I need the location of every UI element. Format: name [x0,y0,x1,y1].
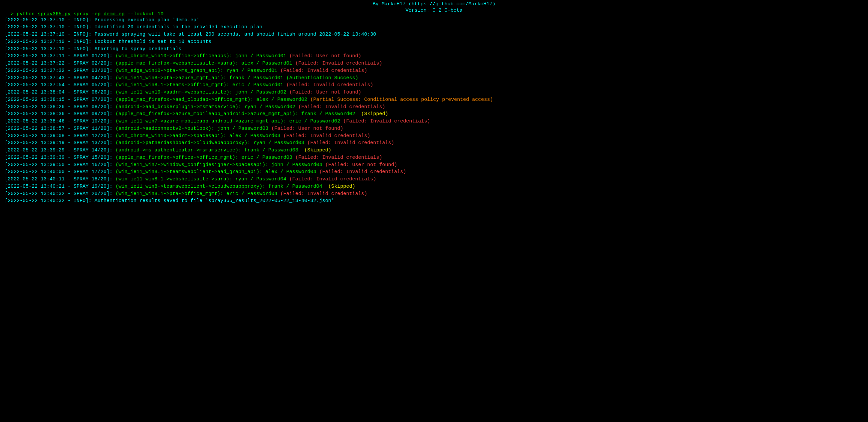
log-result: (Failed: User not found) [325,162,397,168]
log-message: (win_edge_win10->pta->ms_graph_api): rya… [113,68,280,73]
log-result: (Failed: Invalid credentials) [280,68,367,73]
log-message: Processing execution plan 'demo.ep' [92,17,199,23]
log-result: (Failed: Invalid credentials) [343,119,430,124]
cmd-ep-flag: -ep [92,11,100,17]
cmd-ep-value: demo.ep [103,11,124,17]
log-line-12: [2022-05-22 13:38:26 - SPRAY 08/20]: (an… [5,103,863,111]
log-result: (Failed: Invalid credentials) [280,191,367,197]
log-message: (win_ie11_win7->windows_configdesigner->… [113,162,325,168]
log-message: (win_ie11_win8.1->teams->office_mgmt): e… [113,82,286,88]
log-timestamp: [2022-05-22 13:38:26 - SPRAY 08/20]: [5,104,113,110]
log-timestamp: [2022-05-22 13:37:11 - SPRAY 01/20]: [5,53,113,59]
log-result: (Failed: Invalid credentials) [319,169,406,175]
log-message: Identified 20 credentials in the provide… [92,24,262,30]
log-line-1: [2022-05-22 13:37:10 - INFO]: Identified… [5,24,863,31]
log-timestamp: [2022-05-22 13:37:10 - INFO]: [5,32,92,37]
log-message: Starting to spray credentials [92,46,181,52]
log-timestamp: [2022-05-22 13:40:32 - SPRAY 20/20]: [5,191,113,197]
log-timestamp: [2022-05-22 13:37:10 - INFO]: [5,17,92,23]
log-result: (Failed: User not found) [289,53,361,59]
log-result: (Failed: Invalid credentials) [289,176,376,182]
log-timestamp: [2022-05-22 13:37:32 - SPRAY 03/20]: [5,68,113,73]
log-line-23: [2022-05-22 13:40:21 - SPRAY 19/20]: (wi… [5,183,863,190]
log-line-21: [2022-05-22 13:40:00 - SPRAY 17/20]: (wi… [5,169,863,176]
log-timestamp: [2022-05-22 13:38:15 - SPRAY 07/20]: [5,97,113,102]
log-message: (win_ie11_win8.1->teamswebclient->aad_gr… [113,169,319,175]
log-message: Lockout threshold is set to 10 accounts [92,39,211,44]
log-message: (win_ie11_win8->teamswebclient->cloudweb… [113,184,328,189]
cmd-spray: spray [73,11,89,17]
log-line-0: [2022-05-22 13:37:10 - INFO]: Processing… [5,17,863,24]
log-timestamp: [2022-05-22 13:39:19 - SPRAY 13/20]: [5,140,113,146]
log-line-4: [2022-05-22 13:37:10 - INFO]: Starting t… [5,46,863,53]
log-message: (win_ie11_win8->pta->azure_mgmt_api): fr… [113,75,286,81]
log-line-13: [2022-05-22 13:38:36 - SPRAY 09/20]: (ap… [5,111,863,118]
log-timestamp: [2022-05-22 13:38:36 - SPRAY 09/20]: [5,111,113,117]
log-message: (android->ms_authenticator->msmamservice… [113,147,304,153]
log-timestamp: [2022-05-22 13:37:10 - INFO]: [5,39,92,44]
log-timestamp: [2022-05-22 13:37:10 - INFO]: [5,24,92,30]
log-timestamp: [2022-05-22 13:37:22 - SPRAY 02/20]: [5,61,113,66]
log-message: (apple_mac_firefox->aad_cloudap->office_… [113,97,310,102]
log-message: (android->aadconnectv2->outlook): john /… [113,126,271,131]
log-line-22: [2022-05-22 13:40:11 - SPRAY 18/20]: (wi… [5,176,863,183]
log-result: (Failed: User not found) [289,90,361,95]
log-result: (Failed: Invalid credentials) [307,140,394,146]
log-result: (Failed: Invalid credentials) [295,61,382,66]
log-line-25: [2022-05-22 13:40:32 - INFO]: Authentica… [5,198,863,205]
log-timestamp: [2022-05-22 13:37:54 - SPRAY 05/20]: [5,82,113,88]
log-line-15: [2022-05-22 13:38:57 - SPRAY 11/20]: (an… [5,125,863,132]
log-message: (win_ie11_win7->azure_mobileapp_android-… [113,119,343,124]
log-result: (Skipped) [304,147,331,153]
python-keyword: python [17,11,35,17]
log-line-9: [2022-05-22 13:37:54 - SPRAY 05/20]: (wi… [5,82,863,89]
log-result: (Skipped) [361,111,388,117]
log-message: (win_ie11_win8.1->pta->office_mgmt): eri… [113,191,280,197]
log-line-20: [2022-05-22 13:39:50 - SPRAY 16/20]: (wi… [5,161,863,169]
log-line-17: [2022-05-22 13:39:19 - SPRAY 13/20]: (an… [5,140,863,147]
log-timestamp: [2022-05-22 13:39:50 - SPRAY 16/20]: [5,162,113,168]
log-line-24: [2022-05-22 13:40:32 - SPRAY 20/20]: (wi… [5,190,863,198]
log-result: (Failed: Invalid credentials) [286,82,373,88]
log-message: (android->aad_brokerplugin->msmamservice… [113,104,298,110]
log-message: (win_ie11_win8.1->webshellsuite->sara): … [113,176,289,182]
log-result: (Partial Success: Conditional access pol… [310,97,493,102]
log-result: (Authentication Success) [286,75,358,81]
log-timestamp: [2022-05-22 13:39:39 - SPRAY 15/20]: [5,155,113,160]
log-timestamp: [2022-05-22 13:37:10 - INFO]: [5,46,92,52]
log-timestamp: [2022-05-22 13:37:43 - SPRAY 04/20]: [5,75,113,81]
log-timestamp: [2022-05-22 13:40:32 - INFO]: [5,198,92,204]
log-line-7: [2022-05-22 13:37:32 - SPRAY 03/20]: (wi… [5,67,863,74]
script-name: spray365.py [38,11,70,17]
log-timestamp: [2022-05-22 13:38:04 - SPRAY 06/20]: [5,90,113,95]
log-line-19: [2022-05-22 13:39:39 - SPRAY 15/20]: (ap… [5,154,863,161]
log-line-6: [2022-05-22 13:37:22 - SPRAY 02/20]: (ap… [5,60,863,67]
log-message: (win_chrome_win10->aadrm->spacesapi): al… [113,133,283,139]
log-timestamp: [2022-05-22 13:38:46 - SPRAY 10/20]: [5,119,113,124]
log-timestamp: [2022-05-22 13:40:21 - SPRAY 19/20]: [5,184,113,189]
log-message: (android->patnerdashboard->cloudwebapppr… [113,140,307,146]
log-result: (Failed: Invalid credentials) [295,155,382,160]
log-line-10: [2022-05-22 13:38:04 - SPRAY 06/20]: (wi… [5,89,863,96]
log-result: (Skipped) [328,184,355,189]
log-message: (apple_mac_firefox->azure_mobileapp_andr… [113,111,361,117]
log-message: (apple_mac_firefox->office->office_mgmt)… [113,155,295,160]
cmd-lockout-value: 10 [157,11,163,17]
log-line-11: [2022-05-22 13:38:15 - SPRAY 07/20]: (ap… [5,96,863,103]
log-line-14: [2022-05-22 13:38:46 - SPRAY 10/20]: (wi… [5,118,863,125]
log-line-18: [2022-05-22 13:39:29 - SPRAY 14/20]: (an… [5,147,863,154]
log-message: (win_ie11_win10->aadrm->webshellsuite): … [113,90,289,95]
log-line-16: [2022-05-22 13:39:08 - SPRAY 12/20]: (wi… [5,132,863,140]
prompt: > [11,11,17,17]
log-message: (apple_mac_firefox->webshellsuite->sara)… [113,61,295,66]
attribution: By MarkoH17 (https://github.com/MarkoH17… [5,1,863,7]
log-timestamp: [2022-05-22 13:38:57 - SPRAY 11/20]: [5,126,113,131]
log-result: (Failed: User not found) [271,126,343,131]
log-message: Password spraying will take at least 200… [92,32,376,37]
log-timestamp: [2022-05-22 13:39:08 - SPRAY 12/20]: [5,133,113,139]
cmd-lockout-flag: --lockout [127,11,154,17]
log-line-2: [2022-05-22 13:37:10 - INFO]: Password s… [5,31,863,38]
log-container: [2022-05-22 13:37:10 - INFO]: Processing… [5,17,863,205]
log-result: (Failed: Invalid credentials) [283,133,370,139]
log-timestamp: [2022-05-22 13:40:11 - SPRAY 18/20]: [5,176,113,182]
